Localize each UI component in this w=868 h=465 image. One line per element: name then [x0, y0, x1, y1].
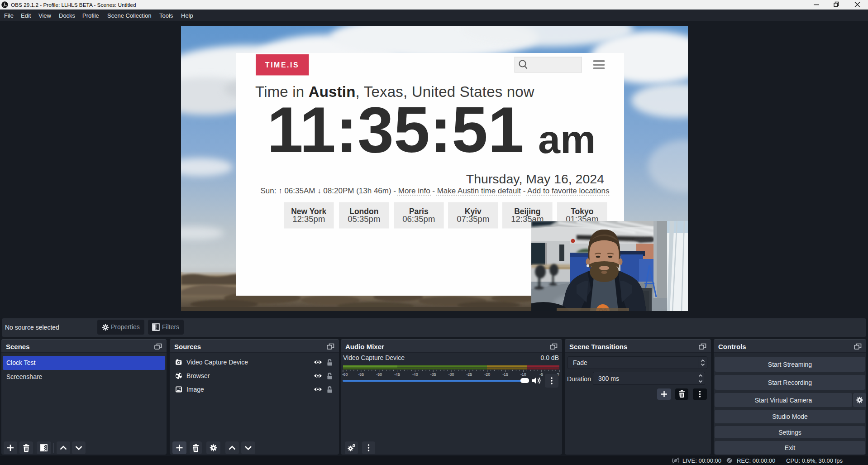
svg-text:Sun: ↑ 06:35AM ↓ 08:20PM (13h: Sun: ↑ 06:35AM ↓ 08:20PM (13h 46m) - Mor…	[260, 187, 609, 195]
svg-text:05:35pm: 05:35pm	[348, 214, 380, 224]
svg-text:TIME.IS: TIME.IS	[265, 61, 299, 69]
svg-text:12:35pm: 12:35pm	[292, 214, 325, 224]
svg-text:-45: -45	[394, 372, 400, 376]
svg-text:-35: -35	[430, 372, 436, 376]
svg-text:-55: -55	[358, 372, 364, 376]
svg-text:-50: -50	[376, 372, 382, 376]
svg-text:-10: -10	[520, 372, 526, 376]
svg-text:11:35:51: 11:35:51	[267, 94, 524, 166]
svg-text:-5: -5	[539, 372, 543, 376]
svg-text:-20: -20	[484, 372, 490, 376]
svg-text:-40: -40	[412, 372, 418, 376]
svg-text:-25: -25	[466, 372, 472, 376]
svg-text:07:35pm: 07:35pm	[457, 214, 489, 224]
svg-text:06:35pm: 06:35pm	[402, 214, 435, 224]
svg-text:-15: -15	[502, 372, 508, 376]
svg-text:Thursday, May 16, 2024: Thursday, May 16, 2024	[466, 172, 604, 186]
svg-text:-30: -30	[448, 372, 454, 376]
svg-text:-60: -60	[342, 372, 348, 376]
svg-text:am: am	[538, 117, 596, 162]
